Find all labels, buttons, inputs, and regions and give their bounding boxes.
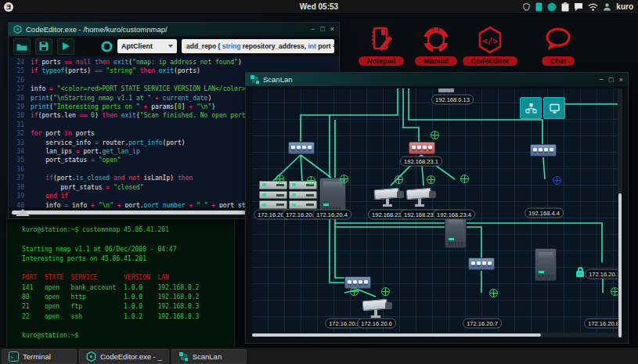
taskbar-item-label: ScanLan	[193, 352, 222, 361]
minimize-button[interactable]: −	[311, 23, 315, 36]
network-view-button[interactable]	[520, 97, 542, 119]
username: kuro	[616, 2, 633, 11]
run-button[interactable]	[57, 38, 74, 55]
minimize-button[interactable]: −	[599, 73, 604, 86]
switch-a[interactable]	[288, 142, 315, 154]
desktop-icon-codeeditor[interactable]: </>CodeEditor	[461, 24, 519, 66]
switch-192-168-23-1[interactable]	[409, 142, 435, 154]
tower-192-168-4-4[interactable]	[535, 248, 557, 281]
code-text: end if	[31, 192, 68, 200]
terminal-line: 21 open ftp 1.0.0 192.168.0.3	[22, 302, 232, 312]
desktop-icon-label: Manual	[415, 56, 456, 66]
tablet-icon[interactable]	[535, 2, 542, 12]
maximize-button[interactable]: □	[609, 73, 614, 86]
code-text: if typeof(ports) == "string" then exit(p…	[31, 67, 200, 75]
globe-icon	[460, 175, 469, 183]
code-text: lan_ips = port.get_lan_ip	[31, 147, 140, 156]
network-link	[301, 155, 302, 181]
camera-192-168-23-2[interactable]	[374, 186, 406, 209]
line-number: 25	[9, 67, 24, 75]
desktop-icon-label: Notepad	[359, 56, 404, 66]
line-number: 39	[9, 192, 24, 200]
maximize-button[interactable]: □	[320, 23, 324, 36]
os-logo-icon[interactable]: Ǝ	[4, 2, 13, 12]
desktop-icon-notepad[interactable]: Notepad	[352, 24, 410, 66]
terminal-line	[22, 322, 232, 331]
codeeditor-titlebar[interactable]: CodeEditor.exe - /home/kuro/customnmap/ …	[9, 23, 339, 36]
scanlan-titlebar[interactable]: ScanLan − □ ×	[246, 73, 628, 86]
clipboard-icon[interactable]	[561, 2, 569, 12]
taskbar-item-terminal[interactable]: >_Terminal	[2, 349, 77, 364]
close-button[interactable]: ×	[618, 73, 623, 86]
code-text: port_status = "open"	[31, 156, 121, 164]
circle-icon[interactable]	[547, 2, 557, 12]
line-number: 34	[9, 147, 24, 156]
camera-172-16-20-6[interactable]	[362, 297, 394, 320]
method-signature-dropdown[interactable]: add_repo ( string repository_address, in…	[182, 39, 334, 53]
taskbar-item-label: CodeEditor.exe - _	[100, 352, 162, 361]
code-text: info = info + "\n" + port.port_number + …	[31, 201, 257, 208]
scrollbar-thumb[interactable]	[252, 333, 541, 337]
line-number: 32	[9, 129, 24, 138]
wifi-icon[interactable]	[588, 3, 598, 11]
switch-c[interactable]	[530, 144, 557, 157]
map-vertical-scrollbar[interactable]	[618, 88, 622, 337]
camera-192-168-23-3[interactable]	[406, 186, 438, 209]
ip-label-172.16.20.4: 172.16.20.4	[312, 210, 351, 220]
api-class-dropdown[interactable]: AptClient	[117, 39, 177, 53]
globe-icon	[307, 176, 315, 185]
globe-icon	[350, 287, 359, 296]
clock: Wed 05:53	[300, 2, 338, 11]
switch-d[interactable]	[344, 276, 371, 289]
switch-e[interactable]	[468, 258, 495, 270]
terminal-line: PORT STATE SERVICE VERSION LAN	[22, 273, 232, 283]
globe-icon	[427, 175, 435, 184]
line-number: 31	[9, 121, 24, 129]
terminal-icon: >_	[9, 351, 19, 362]
shield-icon[interactable]	[522, 2, 531, 12]
dropdown-value: AptClient	[121, 42, 153, 50]
globe-icon	[611, 287, 618, 296]
terminal-window: kuro@station:~$ customnmap 45.86.41.201 …	[6, 216, 235, 348]
line-number: 24	[9, 58, 24, 67]
terminal-line: 141 open bank_account 1.0.0 192.168.0.2	[22, 283, 232, 293]
terminal-scroll-up-arrow[interactable]	[16, 209, 30, 216]
desktop-icon-manual[interactable]: Manual	[407, 24, 465, 66]
line-number: 38	[9, 183, 24, 192]
server-172-16-20-2[interactable]	[259, 181, 287, 209]
chevron-down-icon	[168, 45, 173, 48]
terminal-output[interactable]: kuro@station:~$ customnmap 45.86.41.201 …	[9, 218, 232, 345]
network-link	[359, 290, 376, 297]
tower-172-16-20-4[interactable]	[319, 178, 346, 214]
desktop-icon-chat[interactable]: Chat	[529, 24, 587, 66]
globe-icon	[276, 175, 284, 183]
scrollbar-thumb[interactable]	[618, 193, 622, 337]
ip-label-172.16.20.6: 172.16.20.6	[357, 319, 396, 329]
code-text: service_info = router.port_info(port)	[31, 139, 186, 147]
code-text: port_status = "closed"	[31, 183, 144, 192]
target-icon[interactable]	[101, 41, 113, 52]
save-button[interactable]	[35, 38, 52, 55]
taskbar-item-codeeditor[interactable]: CodeEditor.exe - _	[79, 349, 169, 364]
svg-text:>_: >_	[10, 354, 17, 360]
fit-view-button[interactable]	[543, 97, 565, 119]
network-map[interactable]: 192.168.0.13192.168.23.1172.16.20.2172.1…	[252, 88, 618, 333]
ip-label-192.168.23.4: 192.168.23.4	[433, 210, 475, 220]
ip-label-172.16.20.8: 172.16.20.8	[584, 319, 618, 329]
line-number: 30	[9, 111, 24, 120]
user-icon[interactable]	[603, 2, 611, 11]
chat-icon[interactable]	[574, 2, 583, 11]
tray-icons	[522, 2, 611, 12]
terminal-line: 22 open ssh 1.0.2 192.168.0.3	[22, 312, 232, 322]
tower-192-168-23-4[interactable]	[445, 215, 467, 248]
lock-icon	[576, 271, 584, 277]
open-file-button[interactable]	[13, 38, 31, 55]
globe-icon	[381, 287, 390, 296]
method-signature: add_repo ( string repository_address, in…	[186, 42, 334, 50]
window-controls: − □ ×	[311, 23, 334, 36]
server-172-16-20-3[interactable]	[289, 181, 317, 209]
close-button[interactable]: ×	[330, 23, 334, 36]
map-horizontal-scrollbar[interactable]	[252, 333, 618, 337]
net-192-168-0-13[interactable]	[438, 88, 454, 92]
taskbar-item-scanlan[interactable]: ScanLan	[171, 349, 247, 364]
